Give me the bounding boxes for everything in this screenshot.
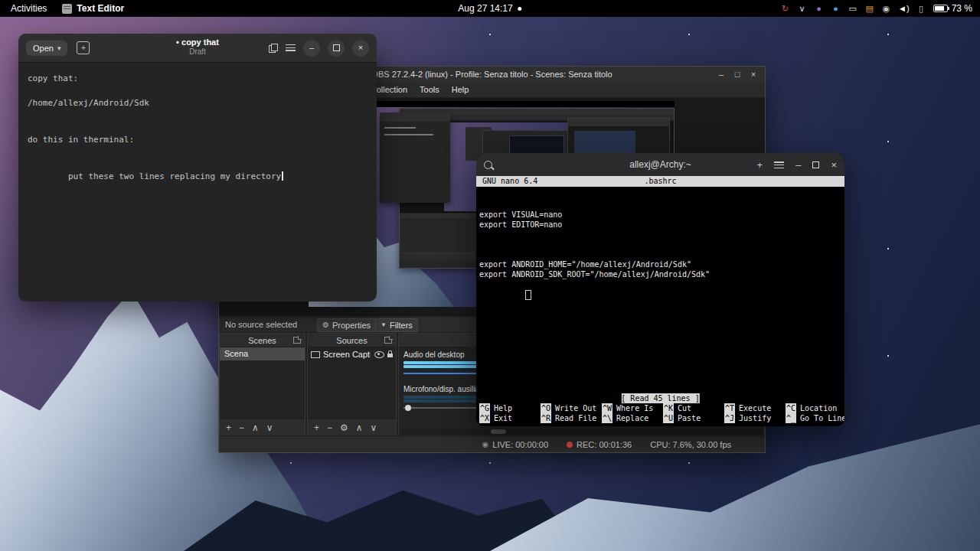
shortcut-key: ^\ (602, 413, 612, 423)
shortcut-label: Read File (555, 413, 596, 423)
shortcut-label: Exit (494, 413, 512, 423)
telegram-indicator-icon[interactable]: ● (831, 0, 841, 17)
obs-close-button[interactable]: × (746, 67, 760, 82)
shortcut-label: Write Out (555, 403, 596, 413)
editor-line: copy that: (28, 73, 368, 85)
new-document-button[interactable]: + (77, 41, 90, 54)
panel-toggle-icon[interactable] (269, 44, 278, 53)
remove-scene-button[interactable]: − (239, 423, 244, 432)
terminal-line (479, 200, 844, 210)
hamburger-menu-icon[interactable] (286, 44, 296, 51)
nano-version-label: GNU nano 6.4 (482, 176, 537, 187)
editor-text-area[interactable]: copy that: /home/allexj/Android/Sdk do t… (18, 63, 377, 181)
editor-maximize-button[interactable] (328, 40, 345, 57)
terminal-minimize-button[interactable]: – (795, 159, 801, 171)
editor-line (28, 109, 368, 122)
nano-shortcut: ^G Help (479, 403, 541, 413)
sources-list[interactable]: Screen Captu (308, 347, 396, 419)
editor-close-button[interactable]: × (352, 40, 369, 57)
nano-shortcut: ^_ Go To Line (786, 413, 844, 423)
live-time-label: LIVE: 00:00:00 (492, 440, 548, 449)
filters-button[interactable]: ▼ Filters (375, 318, 418, 332)
shortcut-key: ^J (724, 413, 735, 423)
hamburger-menu-icon[interactable] (774, 161, 784, 168)
terminal-maximize-button[interactable] (812, 161, 819, 168)
visibility-eye-icon[interactable] (374, 351, 384, 358)
terminal-cursor-line (479, 279, 844, 289)
obs-minimize-button[interactable]: – (714, 67, 728, 82)
text-editor-app-icon (62, 4, 72, 14)
obs-status-bar: ◉ LIVE: 00:00:00 REC: 00:01:36 CPU: 7.6%… (219, 435, 765, 452)
source-properties-button[interactable]: ⚙ (340, 423, 348, 432)
volume-icon[interactable]: ◄) (898, 0, 910, 17)
editor-line: /home/allexj/Android/Sdk (28, 97, 368, 109)
text-editor-header-bar[interactable]: Open ▾ + • copy that Draft – × (18, 34, 377, 63)
nano-filename-label: .bashrc (644, 176, 676, 187)
clipboard-indicator-icon[interactable]: ▤ (864, 0, 874, 17)
preview-nested-editor-titlebar (380, 112, 450, 122)
terminal-screen[interactable]: GNU nano 6.4 .bashrc export VISUAL=nano … (476, 176, 844, 426)
camera-indicator-icon[interactable]: ◉ (881, 0, 891, 17)
terminal-header-bar[interactable]: allexj@Archy:~ + – × (476, 153, 844, 176)
battery-status[interactable]: 73 % (933, 3, 972, 14)
shortcut-key: ^G (479, 403, 490, 413)
display-source-icon (311, 351, 320, 358)
terminal-line (479, 240, 844, 249)
dock-popout-icon[interactable] (384, 337, 392, 344)
broadcast-icon: ◉ (482, 440, 489, 448)
obs-menu-help[interactable]: Help (446, 82, 475, 97)
notification-dot-icon (518, 7, 522, 11)
shortcut-label: Justify (739, 413, 771, 423)
screen-share-indicator-icon[interactable]: ▭ (848, 0, 858, 17)
sources-dock-header[interactable]: Sources (308, 334, 396, 347)
scrollbar-thumb[interactable] (491, 429, 506, 434)
add-source-button[interactable]: + (314, 423, 319, 432)
battery-icon (933, 5, 948, 12)
activities-button[interactable]: Activities (8, 3, 50, 14)
terminal-line: export EDITOR=nano (479, 220, 844, 230)
volume-slider-handle[interactable] (405, 405, 411, 411)
nano-shortcut: ^J Justify (724, 413, 786, 423)
remove-source-button[interactable]: − (327, 423, 332, 432)
variety-indicator-icon[interactable]: ∨ (797, 0, 807, 17)
shortcut-label: Paste (678, 413, 701, 423)
focused-app-menu[interactable]: Text Editor (62, 3, 124, 14)
move-scene-down-button[interactable]: ∨ (266, 423, 273, 432)
move-source-down-button[interactable]: ∨ (371, 423, 377, 432)
scenes-list[interactable]: Scena (220, 347, 305, 419)
gear-icon: ⚙ (322, 321, 329, 329)
nano-title-bar: GNU nano 6.4 .bashrc (476, 176, 844, 187)
mixer-horizontal-scrollbar[interactable] (402, 429, 761, 435)
properties-button[interactable]: ⚙ Properties (317, 318, 376, 332)
scene-list-item[interactable]: Scena (220, 347, 305, 360)
shortcut-label: Where Is (616, 403, 653, 413)
dock-popout-icon[interactable] (293, 337, 301, 344)
nano-shortcut: ^O Write Out (541, 403, 602, 413)
editor-line (28, 122, 368, 134)
terminal-close-button[interactable]: × (831, 159, 837, 171)
obs-maximize-button[interactable]: □ (730, 67, 744, 82)
open-button[interactable]: Open ▾ (26, 41, 67, 56)
obs-menu-tools[interactable]: Tools (413, 82, 446, 97)
move-scene-up-button[interactable]: ∧ (252, 423, 259, 432)
rec-time-label: REC: 00:01:36 (577, 440, 632, 449)
search-icon[interactable] (484, 161, 492, 169)
scenes-dock-header[interactable]: Scenes (220, 334, 305, 347)
obs-window-controls: – □ × (714, 67, 765, 82)
clock-menu[interactable]: Aug 27 14:17 (458, 3, 521, 14)
update-indicator-icon[interactable]: ↻ (780, 0, 790, 17)
focused-app-name: Text Editor (77, 3, 124, 14)
purple-app-indicator-icon[interactable]: ● (814, 0, 824, 17)
source-list-item[interactable]: Screen Captu (308, 347, 396, 361)
sources-dock: Sources Screen Captu + − ⚙ ∧ ∨ (307, 333, 397, 437)
lock-icon[interactable] (387, 354, 393, 357)
input-indicator-icon[interactable]: ▯ (916, 0, 926, 17)
document-title: copy that (181, 37, 219, 47)
nano-shortcut: ^X Exit (479, 413, 541, 423)
new-tab-button[interactable]: + (757, 159, 763, 171)
add-scene-button[interactable]: + (226, 423, 231, 432)
nano-status-message: [ Read 45 lines ] (621, 393, 699, 403)
terminal-cursor (525, 290, 531, 300)
move-source-up-button[interactable]: ∧ (356, 423, 363, 432)
editor-minimize-button[interactable]: – (303, 40, 320, 57)
